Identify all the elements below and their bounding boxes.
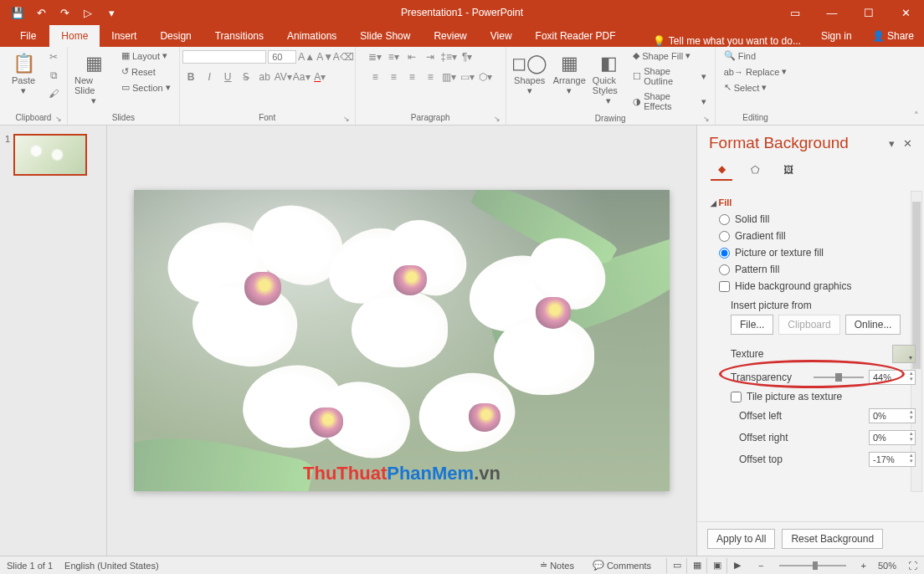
check-hide-background[interactable]: Hide background graphics <box>711 278 916 295</box>
smartart-button[interactable]: ⬡▾ <box>477 69 494 85</box>
slide-editor[interactable]: ThuThuatPhanMem.vn <box>107 126 696 556</box>
file-button[interactable]: File... <box>731 315 773 335</box>
radio-solid-fill[interactable]: Solid fill <box>711 211 916 228</box>
paste-button[interactable]: 📋Paste▾ <box>5 49 42 100</box>
shape-fill-button[interactable]: ◆ Shape Fill ▾ <box>629 49 710 63</box>
tab-review[interactable]: Review <box>422 25 478 47</box>
notes-button[interactable]: ≐ Notes <box>536 560 578 571</box>
align-text-button[interactable]: ▭▾ <box>459 69 475 85</box>
slide-thumbnail-1[interactable] <box>13 134 87 176</box>
redo-button[interactable]: ↷ <box>54 2 75 23</box>
paragraph-launcher[interactable]: ↘ <box>494 115 501 123</box>
slideshow-view-button[interactable]: ▶ <box>726 558 747 573</box>
radio-gradient-fill[interactable]: Gradient fill <box>711 228 916 244</box>
font-name-combo[interactable] <box>182 50 266 64</box>
select-button[interactable]: ↖ Select ▾ <box>721 80 771 95</box>
new-slide-button[interactable]: ▦New Slide▾ <box>73 49 115 110</box>
tab-slideshow[interactable]: Slide Show <box>348 25 422 47</box>
underline-button[interactable]: U <box>219 69 236 85</box>
sorter-view-button[interactable]: ▦ <box>686 558 706 573</box>
offset-top-spinner[interactable]: -17% <box>869 452 916 467</box>
reset-button[interactable]: ↺ Reset <box>118 64 174 79</box>
texture-picker[interactable] <box>892 345 916 363</box>
numbering-button[interactable]: ≡▾ <box>385 49 402 65</box>
strikethrough-button[interactable]: S̶ <box>238 69 254 85</box>
reset-background-button[interactable]: Reset Background <box>782 529 883 549</box>
clear-formatting-button[interactable]: A⌫ <box>335 49 352 65</box>
drawing-launcher[interactable]: ↘ <box>703 115 710 123</box>
close-button[interactable]: ✕ <box>887 0 924 25</box>
section-button[interactable]: ▭ Section ▾ <box>118 80 174 95</box>
decrease-font-button[interactable]: A▼ <box>316 49 333 65</box>
font-color-button[interactable]: A▾ <box>311 69 328 85</box>
find-button[interactable]: 🔍 Find <box>721 49 759 63</box>
clipboard-button-pane[interactable]: Clipboard <box>778 315 839 335</box>
tab-home[interactable]: Home <box>49 25 100 47</box>
columns-button[interactable]: ▥▾ <box>440 69 457 85</box>
clipboard-launcher[interactable]: ↘ <box>55 115 62 123</box>
tab-view[interactable]: View <box>479 25 524 47</box>
sign-in-link[interactable]: Sign in <box>811 25 862 47</box>
increase-font-button[interactable]: A▲ <box>298 49 315 65</box>
shadow-button[interactable]: ab <box>256 69 273 85</box>
line-spacing-button[interactable]: ‡≡▾ <box>440 49 457 65</box>
shapes-button[interactable]: ◻◯Shapes▾ <box>511 49 548 100</box>
offset-right-spinner[interactable]: 0% <box>869 430 916 445</box>
pane-tab-fill-icon[interactable]: ◆ <box>711 159 732 181</box>
font-size-combo[interactable] <box>268 50 296 64</box>
reading-view-button[interactable]: ▣ <box>706 558 726 573</box>
format-painter-button[interactable]: 🖌 <box>45 85 62 102</box>
tab-insert[interactable]: Insert <box>100 25 148 47</box>
zoom-slider[interactable] <box>779 565 846 566</box>
tab-transitions[interactable]: Transitions <box>203 25 275 47</box>
pane-tab-picture-icon[interactable]: 🖼 <box>778 159 799 181</box>
transparency-slider[interactable]: 44% <box>814 370 916 385</box>
bullets-button[interactable]: ≣▾ <box>367 49 383 65</box>
tab-design[interactable]: Design <box>148 25 203 47</box>
quick-styles-button[interactable]: ◧Quick Styles▾ <box>591 49 626 110</box>
status-language[interactable]: English (United States) <box>64 561 159 571</box>
undo-button[interactable]: ↶ <box>30 2 52 23</box>
pane-close-button[interactable]: ✕ <box>903 137 912 150</box>
slide-canvas[interactable]: ThuThuatPhanMem.vn <box>134 190 670 491</box>
decrease-indent-button[interactable]: ⇤ <box>403 49 420 65</box>
fit-to-window-button[interactable]: ⛶ <box>908 561 917 571</box>
layout-button[interactable]: ▦ Layout ▾ <box>118 49 174 63</box>
check-tile-picture[interactable]: Tile picture as texture <box>731 388 916 405</box>
pane-tab-effects-icon[interactable]: ⬠ <box>744 159 766 181</box>
zoom-in-button[interactable]: + <box>861 561 866 571</box>
shape-effects-button[interactable]: ◑ Shape Effects ▾ <box>629 90 710 113</box>
align-left-button[interactable]: ≡ <box>367 69 383 85</box>
pane-menu-button[interactable]: ▾ <box>889 137 895 150</box>
fill-section-header[interactable]: Fill <box>711 194 916 211</box>
cut-button[interactable]: ✂ <box>45 49 62 65</box>
increase-indent-button[interactable]: ⇥ <box>422 49 439 65</box>
text-direction-button[interactable]: ¶▾ <box>459 49 475 65</box>
minimize-button[interactable]: — <box>814 0 850 25</box>
comments-button[interactable]: 💬 Comments <box>589 560 654 571</box>
arrange-button[interactable]: ▦Arrange▾ <box>552 49 588 100</box>
radio-picture-fill[interactable]: Picture or texture fill <box>711 244 916 261</box>
transparency-spinner[interactable]: 44% <box>869 370 916 385</box>
apply-to-all-button[interactable]: Apply to All <box>707 529 775 549</box>
tab-foxit[interactable]: Foxit Reader PDF <box>524 25 628 47</box>
slide-thumbnail-panel[interactable]: 1 <box>0 126 107 556</box>
align-right-button[interactable]: ≡ <box>403 69 420 85</box>
zoom-level[interactable]: 50% <box>878 561 896 571</box>
zoom-out-button[interactable]: − <box>758 561 763 571</box>
italic-button[interactable]: I <box>201 69 218 85</box>
char-spacing-button[interactable]: AV▾ <box>275 69 291 85</box>
font-launcher[interactable]: ↘ <box>343 115 350 123</box>
maximize-button[interactable]: ☐ <box>850 0 887 25</box>
shape-outline-button[interactable]: ☐ Shape Outline ▾ <box>629 64 710 88</box>
online-button[interactable]: Online... <box>845 315 901 335</box>
save-button[interactable]: 💾 <box>7 2 28 23</box>
align-center-button[interactable]: ≡ <box>385 69 402 85</box>
replace-button[interactable]: ab→ Replace ▾ <box>721 64 791 79</box>
copy-button[interactable]: ⧉ <box>45 67 62 84</box>
change-case-button[interactable]: Aa▾ <box>293 69 310 85</box>
start-from-beginning-button[interactable]: ▷ <box>77 2 99 23</box>
tell-me-search[interactable]: 💡 Tell me what you want to do... <box>643 35 811 47</box>
tab-file[interactable]: File <box>7 25 49 47</box>
tab-animations[interactable]: Animations <box>275 25 348 47</box>
